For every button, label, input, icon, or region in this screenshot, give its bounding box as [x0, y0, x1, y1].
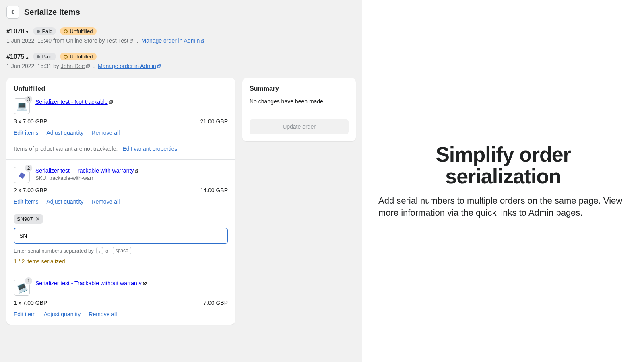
external-link-icon — [129, 39, 134, 43]
item-section: ◆ 2 Serializer test - Trackable with war… — [6, 160, 235, 272]
summary-title: Summary — [250, 85, 349, 93]
external-link-icon — [109, 100, 113, 104]
quantity-price: 2 x 7.00 GBP — [14, 187, 47, 193]
manage-order-link[interactable]: Manage order in Admin — [141, 37, 205, 44]
summary-card: Summary No changes have been made. Updat… — [242, 78, 356, 141]
status-badge-paid: Paid — [33, 27, 56, 35]
summary-text: No changes have been made. — [250, 98, 349, 105]
remove-all-link[interactable]: Remove all — [89, 311, 117, 317]
quantity-price: 1 x 7.00 GBP — [14, 300, 47, 306]
author-link[interactable]: John Doe — [61, 63, 90, 69]
product-thumbnail[interactable]: ◆ 2 — [14, 167, 30, 183]
serialization-count: 1 / 2 items serialized — [14, 258, 228, 265]
adjust-quantity-link[interactable]: Adjust quantity — [46, 130, 83, 136]
promo-title: Simplify order serialization — [378, 144, 628, 187]
order-header-1075[interactable]: #1075▲ Paid Unfulfilled — [6, 53, 356, 60]
item-section: 💻 1 Serializer test - Trackable without … — [6, 272, 235, 325]
page-header: Serialize items — [6, 6, 356, 19]
order-header-1078[interactable]: #1078▼ Paid Unfulfilled — [6, 27, 356, 35]
serial-tag: SN987 ✕ — [14, 214, 43, 224]
product-title-link[interactable]: Serializer test - Not trackable — [35, 99, 113, 105]
adjust-quantity-link[interactable]: Adjust quantity — [46, 198, 83, 205]
external-link-icon — [86, 64, 90, 68]
update-order-button[interactable]: Update order — [250, 119, 349, 134]
external-link-icon — [134, 169, 139, 173]
laptop-icon: ◆ — [17, 169, 26, 181]
page-title: Serialize items — [24, 8, 80, 17]
key-comma: , — [96, 247, 103, 254]
status-badge-unfulfilled: Unfulfilled — [60, 27, 96, 35]
not-trackable-note: Items of product variant are not trackab… — [14, 146, 118, 152]
product-thumbnail[interactable]: 💻 3 — [14, 98, 30, 114]
key-space: space — [113, 247, 131, 254]
back-button[interactable] — [6, 6, 19, 19]
unfulfilled-card: Unfulfilled 💻 3 Serializer test - Not tr… — [6, 78, 235, 325]
product-thumbnail[interactable]: 💻 1 — [14, 280, 30, 296]
adjust-quantity-link[interactable]: Adjust quantity — [43, 311, 80, 317]
promo-body: Add serial numbers to multiple orders on… — [378, 195, 628, 218]
laptop-icon: 💻 — [17, 101, 27, 111]
quantity-price: 3 x 7.00 GBP — [14, 118, 47, 125]
item-section: Unfulfilled 💻 3 Serializer test - Not tr… — [6, 78, 235, 159]
product-sku: SKU: trackable-with-warr — [35, 175, 139, 181]
product-title-link[interactable]: Serializer test - Trackable with warrant… — [35, 167, 139, 174]
quantity-badge: 3 — [25, 95, 33, 103]
chevron-down-icon: ▼ — [25, 30, 29, 34]
external-link-icon — [200, 39, 205, 43]
line-total: 14.00 GBP — [200, 187, 228, 193]
quantity-badge: 2 — [25, 164, 33, 172]
order-meta: 1 Jun 2022, 15:40 from Online Store by T… — [6, 37, 356, 44]
unfulfilled-title: Unfulfilled — [14, 85, 228, 93]
remove-all-link[interactable]: Remove all — [91, 198, 120, 205]
serial-help-text: Enter serial numbers separated by , or s… — [14, 247, 228, 254]
author-link[interactable]: Test Test — [106, 37, 134, 44]
left-panel: Serialize items #1078▼ Paid Unfulfilled … — [0, 0, 362, 362]
line-total: 7.00 GBP — [203, 300, 228, 306]
edit-item-link[interactable]: Edit item — [14, 311, 35, 317]
arrow-left-icon — [10, 9, 16, 15]
product-title-link[interactable]: Serializer test - Trackable without warr… — [35, 280, 147, 286]
edit-items-link[interactable]: Edit items — [14, 198, 38, 205]
external-link-icon — [157, 64, 161, 68]
line-total: 21.00 GBP — [200, 118, 228, 125]
chevron-up-icon: ▲ — [25, 55, 29, 60]
order-id: #1078▼ — [6, 28, 29, 35]
manage-order-link[interactable]: Manage order in Admin — [98, 63, 161, 69]
edit-variant-link[interactable]: Edit variant properties — [122, 146, 177, 152]
order-meta: 1 Jun 2022, 15:31 by John Doe . Manage o… — [6, 63, 356, 69]
quantity-badge: 1 — [25, 277, 33, 285]
serial-number-input[interactable] — [14, 228, 228, 244]
order-id: #1075▲ — [6, 53, 29, 60]
status-badge-unfulfilled: Unfulfilled — [60, 53, 96, 60]
remove-tag-button[interactable]: ✕ — [35, 216, 40, 222]
remove-all-link[interactable]: Remove all — [91, 130, 120, 136]
status-badge-paid: Paid — [33, 53, 56, 60]
promo-panel: Simplify order serialization Add serial … — [362, 0, 644, 362]
edit-items-link[interactable]: Edit items — [14, 130, 38, 136]
external-link-icon — [142, 281, 147, 286]
